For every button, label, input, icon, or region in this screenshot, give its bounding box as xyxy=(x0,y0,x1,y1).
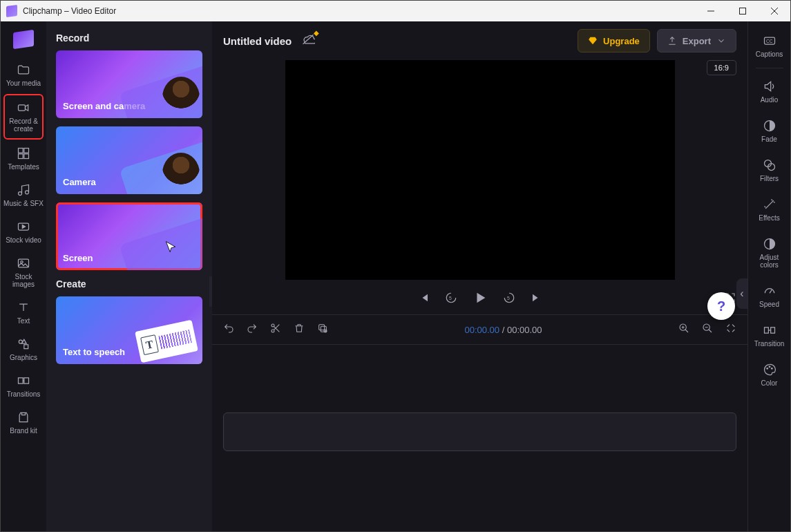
split-button[interactable] xyxy=(270,323,281,336)
camcorder-icon xyxy=(17,101,30,115)
rail-effects[interactable]: Effects xyxy=(750,191,789,229)
redo-button[interactable] xyxy=(247,323,258,336)
minimize-button[interactable] xyxy=(695,1,727,21)
captions-icon: CC xyxy=(763,34,776,48)
transitions-icon xyxy=(17,374,30,388)
app-logo[interactable] xyxy=(11,30,36,49)
rail-audio[interactable]: Audio xyxy=(750,73,789,111)
nav-music-sfx[interactable]: Music & SFX xyxy=(3,178,44,213)
svg-rect-5 xyxy=(19,149,23,153)
nav-record-create[interactable]: Record & create xyxy=(3,94,44,140)
export-button[interactable]: Export xyxy=(657,29,736,53)
rail-fade[interactable]: Fade xyxy=(750,112,789,150)
current-time: 00:00.00 xyxy=(464,325,499,335)
rail-filters[interactable]: Filters xyxy=(750,151,789,189)
nav-stock-video[interactable]: Stock video xyxy=(3,214,44,249)
cursor-icon xyxy=(164,240,178,256)
card-graphic xyxy=(120,216,202,270)
nav-templates[interactable]: Templates xyxy=(3,141,44,176)
rail-label: Color xyxy=(761,379,778,387)
speaker-icon xyxy=(763,79,776,93)
text-icon xyxy=(17,301,30,314)
rewind-5-button[interactable]: 5 xyxy=(445,292,457,307)
editor-main: Untitled video ◆ Upgrade Export xyxy=(212,21,747,531)
undo-button[interactable] xyxy=(223,323,234,336)
cloud-sync-icon[interactable]: ◆ xyxy=(301,33,315,48)
image-icon xyxy=(17,256,30,270)
rail-transition[interactable]: Transition xyxy=(750,316,789,354)
card-label: Text to speech xyxy=(63,347,125,357)
window-titlebar: Clipchamp – Video Editor xyxy=(1,1,790,21)
primary-nav: Your media Record & create Templates Mus… xyxy=(1,21,46,531)
nav-label: Brand kit xyxy=(10,427,37,435)
svg-text:5: 5 xyxy=(449,296,452,301)
folder-icon xyxy=(17,63,30,77)
rail-captions[interactable]: CC Captions xyxy=(750,27,789,65)
svg-rect-21 xyxy=(319,325,325,330)
svg-text:5: 5 xyxy=(507,296,510,301)
tts-graphic: T xyxy=(135,320,198,363)
card-screen-and-camera[interactable]: Screen and camera xyxy=(56,50,202,118)
filters-icon xyxy=(763,158,776,172)
avatar-graphic xyxy=(162,153,200,194)
svg-rect-7 xyxy=(19,154,23,159)
rail-label: Filters xyxy=(760,175,779,182)
timeline-track[interactable] xyxy=(223,412,736,451)
close-button[interactable] xyxy=(759,1,790,21)
duplicate-button[interactable] xyxy=(317,323,328,336)
forward-5-button[interactable]: 5 xyxy=(503,292,515,307)
card-text-to-speech[interactable]: T Text to speech xyxy=(56,296,202,364)
shapes-icon xyxy=(17,337,30,351)
svg-point-34 xyxy=(766,368,768,370)
nav-your-media[interactable]: Your media xyxy=(3,57,44,93)
nav-graphics[interactable]: Graphics xyxy=(3,332,44,367)
zoom-out-button[interactable] xyxy=(702,323,713,336)
rail-speed[interactable]: Speed xyxy=(750,277,789,315)
play-button[interactable] xyxy=(473,290,488,308)
rail-adjust-colors[interactable]: Adjust colors xyxy=(750,230,789,276)
nav-stock-images[interactable]: Stock images xyxy=(3,251,44,294)
timeline-toolbar: 00:00.00 / 00:00.00 xyxy=(212,314,747,345)
expand-right-panel-button[interactable]: ‹ xyxy=(736,278,747,309)
rail-color[interactable]: Color xyxy=(750,356,789,394)
timeline-area[interactable] xyxy=(212,345,747,531)
rail-label: Captions xyxy=(756,50,783,58)
wand-icon xyxy=(763,198,776,211)
rail-label: Effects xyxy=(759,214,779,222)
contrast-icon xyxy=(763,237,776,251)
aspect-ratio-button[interactable]: 16:9 xyxy=(707,60,736,75)
gauge-icon xyxy=(763,284,776,298)
svg-rect-15 xyxy=(24,378,29,383)
window-title: Clipchamp – Video Editor xyxy=(23,6,116,16)
skip-start-button[interactable] xyxy=(417,292,430,307)
upgrade-button[interactable]: Upgrade xyxy=(578,29,650,53)
delete-button[interactable] xyxy=(294,323,305,336)
rail-separator xyxy=(756,68,783,68)
diamond-icon xyxy=(588,36,598,46)
zoom-fit-button[interactable] xyxy=(725,323,736,336)
video-icon xyxy=(17,220,30,234)
video-preview[interactable] xyxy=(285,60,675,280)
nav-transitions[interactable]: Transitions xyxy=(3,368,44,403)
panel-section-create: Create xyxy=(56,278,202,289)
player-controls: 5 5 xyxy=(223,287,736,312)
nav-brand-kit[interactable]: Brand kit xyxy=(3,405,44,440)
svg-rect-4 xyxy=(19,105,26,111)
svg-point-35 xyxy=(769,366,770,368)
svg-rect-32 xyxy=(764,327,768,333)
svg-rect-33 xyxy=(770,327,774,333)
nav-text[interactable]: Text xyxy=(3,295,44,330)
nav-label: Record & create xyxy=(5,117,42,133)
card-screen[interactable]: Screen xyxy=(56,202,202,270)
svg-rect-1 xyxy=(740,8,746,15)
brandkit-icon xyxy=(17,410,30,424)
upload-icon xyxy=(667,36,677,46)
maximize-button[interactable] xyxy=(727,1,759,21)
card-camera[interactable]: Camera xyxy=(56,126,202,194)
project-title[interactable]: Untitled video xyxy=(223,35,292,47)
time-readout: 00:00.00 / 00:00.00 xyxy=(341,325,666,335)
help-button[interactable]: ? xyxy=(707,292,735,320)
skip-end-button[interactable] xyxy=(531,292,543,307)
rail-label: Transition xyxy=(754,340,785,348)
zoom-in-button[interactable] xyxy=(678,323,689,336)
